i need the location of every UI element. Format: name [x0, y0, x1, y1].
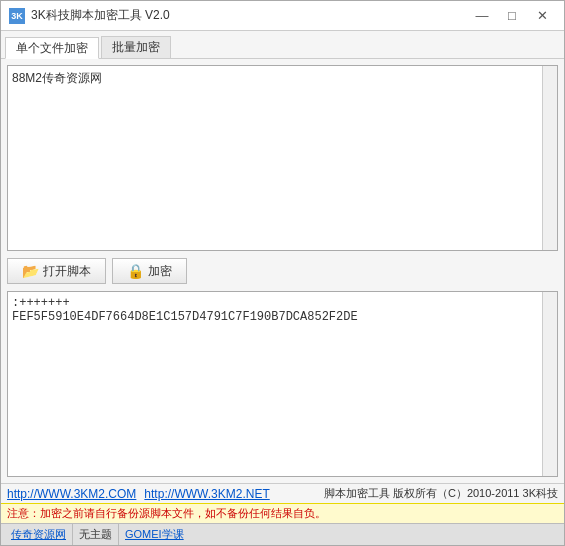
button-row: 📂 打开脚本 🔒 加密 [7, 257, 558, 285]
website-link-1[interactable]: http://WWW.3KM2.COM [7, 487, 136, 501]
script-content-textarea[interactable] [8, 66, 557, 250]
tab-batch-encrypt[interactable]: 批量加密 [101, 36, 171, 58]
website-link-2[interactable]: http://WWW.3KM2.NET [144, 487, 269, 501]
footer-warning: 注意：加密之前请自行备份源脚本文件，如不备份任何结果自负。 [1, 503, 564, 523]
lower-textarea-container [7, 291, 558, 477]
footer-links-row: http://WWW.3KM2.COM http://WWW.3KM2.NET … [1, 484, 564, 503]
folder-icon: 📂 [22, 263, 39, 279]
statusbar-item-3: GOMEI学课 [119, 524, 190, 545]
tabbar: 单个文件加密 批量加密 [1, 31, 564, 59]
footer: http://WWW.3KM2.COM http://WWW.3KM2.NET … [1, 483, 564, 523]
statusbar-item-2: 无主题 [73, 524, 119, 545]
encrypt-button[interactable]: 🔒 加密 [112, 258, 187, 284]
tool-copyright: 脚本加密工具 版权所有（C）2010-2011 3K科技 [278, 486, 558, 501]
window-controls: — □ ✕ [468, 6, 556, 26]
titlebar: 3K 3K科技脚本加密工具 V2.0 — □ ✕ [1, 1, 564, 31]
open-script-button[interactable]: 📂 打开脚本 [7, 258, 106, 284]
statusbar-item-1: 传奇资源网 [5, 524, 73, 545]
lock-icon: 🔒 [127, 263, 144, 279]
upper-textarea-container [7, 65, 558, 251]
encrypted-output-textarea[interactable] [8, 292, 557, 476]
tab-single-encrypt[interactable]: 单个文件加密 [5, 37, 99, 59]
statusbar-link-1[interactable]: 传奇资源网 [11, 527, 66, 542]
statusbar-link-3[interactable]: GOMEI学课 [125, 527, 184, 542]
maximize-button[interactable]: □ [498, 6, 526, 26]
statusbar: 传奇资源网 无主题 GOMEI学课 [1, 523, 564, 545]
window-title: 3K科技脚本加密工具 V2.0 [31, 7, 468, 24]
main-window: 3K 3K科技脚本加密工具 V2.0 — □ ✕ 单个文件加密 批量加密 📂 打… [0, 0, 565, 546]
minimize-button[interactable]: — [468, 6, 496, 26]
close-button[interactable]: ✕ [528, 6, 556, 26]
app-icon: 3K [9, 8, 25, 24]
main-content: 📂 打开脚本 🔒 加密 [1, 59, 564, 483]
